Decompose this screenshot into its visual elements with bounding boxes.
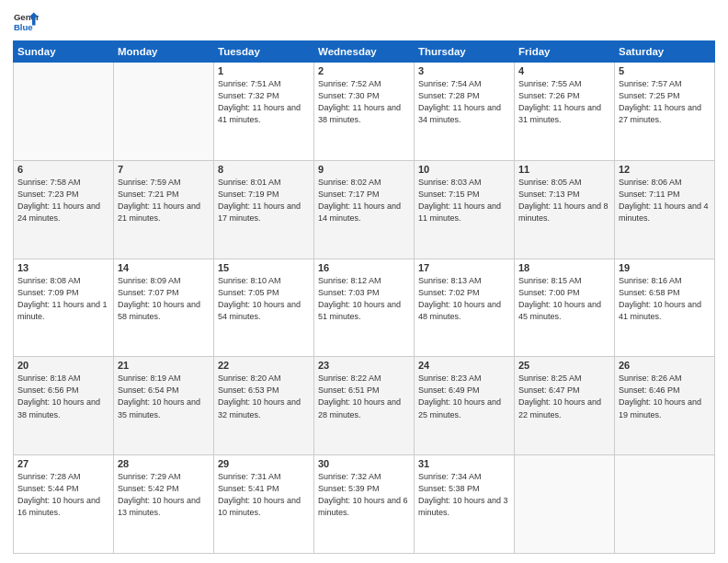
- day-number: 15: [218, 262, 310, 273]
- calendar-cell: 3Sunrise: 7:54 AM Sunset: 7:28 PM Daylig…: [415, 63, 515, 161]
- cell-info: Sunrise: 7:34 AM Sunset: 5:38 PM Dayligh…: [418, 471, 510, 519]
- cell-info: Sunrise: 8:03 AM Sunset: 7:15 PM Dayligh…: [418, 177, 510, 224]
- cell-info: Sunrise: 7:59 AM Sunset: 7:21 PM Dayligh…: [118, 177, 210, 224]
- day-number: 14: [118, 262, 210, 273]
- calendar-cell: 11Sunrise: 8:05 AM Sunset: 7:13 PM Dayli…: [515, 160, 615, 259]
- cell-info: Sunrise: 7:58 AM Sunset: 7:23 PM Dayligh…: [17, 177, 109, 224]
- calendar-cell: 25Sunrise: 8:25 AM Sunset: 6:47 PM Dayli…: [515, 357, 615, 455]
- cell-info: Sunrise: 8:22 AM Sunset: 6:51 PM Dayligh…: [318, 373, 410, 420]
- cell-info: Sunrise: 8:06 AM Sunset: 7:11 PM Dayligh…: [619, 177, 711, 224]
- calendar-cell: [114, 63, 214, 161]
- cell-info: Sunrise: 8:16 AM Sunset: 6:58 PM Dayligh…: [619, 275, 711, 323]
- calendar-cell: 12Sunrise: 8:06 AM Sunset: 7:11 PM Dayli…: [615, 160, 715, 259]
- day-number: 8: [218, 164, 310, 175]
- calendar-cell: 29Sunrise: 7:31 AM Sunset: 5:41 PM Dayli…: [214, 455, 314, 554]
- cell-info: Sunrise: 7:32 AM Sunset: 5:39 PM Dayligh…: [318, 471, 410, 519]
- day-number: 5: [619, 65, 711, 76]
- calendar-cell: 21Sunrise: 8:19 AM Sunset: 6:54 PM Dayli…: [114, 357, 214, 455]
- calendar-cell: 30Sunrise: 7:32 AM Sunset: 5:39 PM Dayli…: [314, 455, 415, 554]
- calendar-cell: 9Sunrise: 8:02 AM Sunset: 7:17 PM Daylig…: [314, 160, 415, 259]
- calendar-cell: 24Sunrise: 8:23 AM Sunset: 6:49 PM Dayli…: [415, 357, 515, 455]
- week-row-4: 20Sunrise: 8:18 AM Sunset: 6:56 PM Dayli…: [14, 357, 715, 455]
- cell-info: Sunrise: 8:18 AM Sunset: 6:56 PM Dayligh…: [17, 373, 109, 420]
- calendar-cell: 19Sunrise: 8:16 AM Sunset: 6:58 PM Dayli…: [615, 259, 715, 357]
- day-number: 23: [318, 360, 410, 371]
- week-row-3: 13Sunrise: 8:08 AM Sunset: 7:09 PM Dayli…: [14, 259, 715, 357]
- calendar-cell: 13Sunrise: 8:08 AM Sunset: 7:09 PM Dayli…: [14, 259, 114, 357]
- cell-info: Sunrise: 8:15 AM Sunset: 7:00 PM Dayligh…: [518, 275, 610, 323]
- cell-info: Sunrise: 8:12 AM Sunset: 7:03 PM Dayligh…: [318, 275, 410, 323]
- calendar-cell: 18Sunrise: 8:15 AM Sunset: 7:00 PM Dayli…: [515, 259, 615, 357]
- calendar-cell: 16Sunrise: 8:12 AM Sunset: 7:03 PM Dayli…: [314, 259, 415, 357]
- day-number: 9: [318, 164, 410, 175]
- cell-info: Sunrise: 7:31 AM Sunset: 5:41 PM Dayligh…: [218, 471, 310, 519]
- day-number: 13: [17, 262, 109, 273]
- cell-info: Sunrise: 7:57 AM Sunset: 7:25 PM Dayligh…: [619, 78, 711, 126]
- calendar-cell: 15Sunrise: 8:10 AM Sunset: 7:05 PM Dayli…: [214, 259, 314, 357]
- calendar-cell: [615, 455, 715, 554]
- weekday-header-sunday: Sunday: [14, 41, 114, 63]
- cell-info: Sunrise: 7:51 AM Sunset: 7:32 PM Dayligh…: [218, 78, 310, 126]
- calendar-cell: 17Sunrise: 8:13 AM Sunset: 7:02 PM Dayli…: [415, 259, 515, 357]
- calendar-cell: 20Sunrise: 8:18 AM Sunset: 6:56 PM Dayli…: [14, 357, 114, 455]
- weekday-header-friday: Friday: [515, 41, 615, 63]
- weekday-header-thursday: Thursday: [415, 41, 515, 63]
- cell-info: Sunrise: 8:19 AM Sunset: 6:54 PM Dayligh…: [118, 373, 210, 420]
- calendar-cell: [14, 63, 114, 161]
- calendar-cell: 27Sunrise: 7:28 AM Sunset: 5:44 PM Dayli…: [14, 455, 114, 554]
- logo: General Blue: [13, 9, 39, 35]
- cell-info: Sunrise: 8:01 AM Sunset: 7:19 PM Dayligh…: [218, 177, 310, 224]
- calendar-cell: 26Sunrise: 8:26 AM Sunset: 6:46 PM Dayli…: [615, 357, 715, 455]
- cell-info: Sunrise: 7:52 AM Sunset: 7:30 PM Dayligh…: [318, 78, 410, 126]
- weekday-header-monday: Monday: [114, 41, 214, 63]
- cell-info: Sunrise: 7:54 AM Sunset: 7:28 PM Dayligh…: [418, 78, 510, 126]
- cell-info: Sunrise: 8:09 AM Sunset: 7:07 PM Dayligh…: [118, 275, 210, 323]
- cell-info: Sunrise: 8:26 AM Sunset: 6:46 PM Dayligh…: [619, 373, 711, 420]
- calendar-cell: 2Sunrise: 7:52 AM Sunset: 7:30 PM Daylig…: [314, 63, 415, 161]
- day-number: 17: [418, 262, 510, 273]
- day-number: 10: [418, 164, 510, 175]
- day-number: 2: [318, 65, 410, 76]
- calendar-cell: 10Sunrise: 8:03 AM Sunset: 7:15 PM Dayli…: [415, 160, 515, 259]
- day-number: 21: [118, 360, 210, 371]
- cell-info: Sunrise: 8:13 AM Sunset: 7:02 PM Dayligh…: [418, 275, 510, 323]
- cell-info: Sunrise: 8:02 AM Sunset: 7:17 PM Dayligh…: [318, 177, 410, 224]
- calendar-cell: 14Sunrise: 8:09 AM Sunset: 7:07 PM Dayli…: [114, 259, 214, 357]
- cell-info: Sunrise: 8:05 AM Sunset: 7:13 PM Dayligh…: [518, 177, 610, 224]
- calendar-page: General Blue SundayMondayTuesdayWednesda…: [0, 0, 728, 563]
- calendar-table: SundayMondayTuesdayWednesdayThursdayFrid…: [13, 40, 715, 554]
- calendar-cell: 22Sunrise: 8:20 AM Sunset: 6:53 PM Dayli…: [214, 357, 314, 455]
- calendar-cell: 28Sunrise: 7:29 AM Sunset: 5:42 PM Dayli…: [114, 455, 214, 554]
- week-row-5: 27Sunrise: 7:28 AM Sunset: 5:44 PM Dayli…: [14, 455, 715, 554]
- cell-info: Sunrise: 8:25 AM Sunset: 6:47 PM Dayligh…: [518, 373, 610, 420]
- weekday-header-saturday: Saturday: [615, 41, 715, 63]
- day-number: 20: [17, 360, 109, 371]
- calendar-cell: 23Sunrise: 8:22 AM Sunset: 6:51 PM Dayli…: [314, 357, 415, 455]
- day-number: 27: [17, 458, 109, 469]
- calendar-cell: 8Sunrise: 8:01 AM Sunset: 7:19 PM Daylig…: [214, 160, 314, 259]
- day-number: 24: [418, 360, 510, 371]
- week-row-2: 6Sunrise: 7:58 AM Sunset: 7:23 PM Daylig…: [14, 160, 715, 259]
- day-number: 31: [418, 458, 510, 469]
- day-number: 16: [318, 262, 410, 273]
- cell-info: Sunrise: 8:20 AM Sunset: 6:53 PM Dayligh…: [218, 373, 310, 420]
- day-number: 7: [118, 164, 210, 175]
- day-number: 3: [418, 65, 510, 76]
- weekday-header-tuesday: Tuesday: [214, 41, 314, 63]
- header: General Blue: [13, 9, 715, 35]
- day-number: 22: [218, 360, 310, 371]
- calendar-cell: [515, 455, 615, 554]
- calendar-cell: 31Sunrise: 7:34 AM Sunset: 5:38 PM Dayli…: [415, 455, 515, 554]
- cell-info: Sunrise: 8:23 AM Sunset: 6:49 PM Dayligh…: [418, 373, 510, 420]
- calendar-cell: 5Sunrise: 7:57 AM Sunset: 7:25 PM Daylig…: [615, 63, 715, 161]
- calendar-cell: 6Sunrise: 7:58 AM Sunset: 7:23 PM Daylig…: [14, 160, 114, 259]
- calendar-cell: 4Sunrise: 7:55 AM Sunset: 7:26 PM Daylig…: [515, 63, 615, 161]
- day-number: 26: [619, 360, 711, 371]
- cell-info: Sunrise: 7:28 AM Sunset: 5:44 PM Dayligh…: [17, 471, 109, 519]
- day-number: 11: [518, 164, 610, 175]
- day-number: 29: [218, 458, 310, 469]
- day-number: 18: [518, 262, 610, 273]
- cell-info: Sunrise: 7:55 AM Sunset: 7:26 PM Dayligh…: [518, 78, 610, 126]
- weekday-header-wednesday: Wednesday: [314, 41, 415, 63]
- weekday-header-row: SundayMondayTuesdayWednesdayThursdayFrid…: [14, 41, 715, 63]
